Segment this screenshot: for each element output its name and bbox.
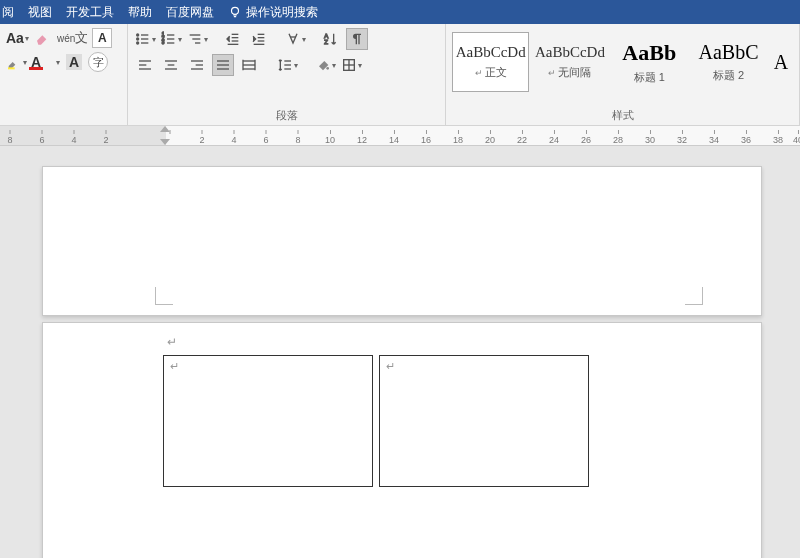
style-no-spacing[interactable]: AaBbCcDd ↵无间隔 bbox=[531, 32, 608, 92]
character-border-button[interactable]: A bbox=[92, 28, 112, 48]
ruler-mark: 18 bbox=[453, 130, 463, 145]
ruler-mark: 30 bbox=[645, 130, 655, 145]
align-center-icon bbox=[163, 57, 179, 73]
horizontal-ruler[interactable]: 8642246810121416182022242628303234363840 bbox=[0, 126, 800, 146]
table-cell[interactable]: ↵ bbox=[163, 355, 373, 487]
ruler-mark: 2 bbox=[103, 130, 108, 145]
text-direction-icon bbox=[285, 31, 301, 47]
style-gallery[interactable]: AaBbCcDd ↵正文 AaBbCcDd ↵无间隔 AaBb 标题 1 AaB… bbox=[452, 28, 793, 92]
svg-text:A: A bbox=[324, 33, 328, 39]
align-distributed-icon bbox=[241, 57, 257, 73]
enclose-characters-button[interactable]: 字 bbox=[88, 52, 108, 72]
phonetic-guide-button[interactable]: wén文 bbox=[57, 28, 88, 48]
sort-button[interactable]: AZ bbox=[320, 28, 342, 50]
ruler-mark: 14 bbox=[389, 130, 399, 145]
ruler-mark: 10 bbox=[325, 130, 335, 145]
align-left-icon bbox=[137, 57, 153, 73]
page-current[interactable]: ↵ ↵ ↵ bbox=[42, 322, 762, 558]
style-heading3[interactable]: A bbox=[769, 32, 793, 92]
font-color-button[interactable]: A ▾ bbox=[31, 52, 60, 72]
paragraph-group-label: 段落 bbox=[134, 107, 439, 125]
ruler-mark: 4 bbox=[71, 130, 76, 145]
svg-text:3: 3 bbox=[161, 40, 164, 45]
eraser-icon bbox=[35, 30, 51, 46]
borders-icon bbox=[341, 57, 357, 73]
cell-mark: ↵ bbox=[386, 360, 395, 373]
align-center-button[interactable] bbox=[160, 54, 182, 76]
margin-corner-right bbox=[685, 287, 703, 305]
style-name: 无间隔 bbox=[558, 65, 591, 80]
menu-baidu[interactable]: 百度网盘 bbox=[166, 4, 214, 21]
hanging-indent-marker[interactable] bbox=[160, 139, 170, 145]
highlight-icon bbox=[6, 54, 22, 70]
menu-review[interactable]: 阅 bbox=[2, 4, 14, 21]
menu-view[interactable]: 视图 bbox=[28, 4, 52, 21]
bullets-button[interactable]: ▾ bbox=[134, 28, 156, 50]
style-corner: ↵ bbox=[475, 68, 483, 78]
ruler-mark: 24 bbox=[549, 130, 559, 145]
ruler-mark: 38 bbox=[773, 130, 783, 145]
increase-indent-button[interactable] bbox=[248, 28, 270, 50]
ruler-mark: 6 bbox=[39, 130, 44, 145]
ruler-mark: 8 bbox=[295, 130, 300, 145]
ruler-mark: 12 bbox=[357, 130, 367, 145]
svg-point-0 bbox=[232, 7, 239, 14]
style-normal[interactable]: AaBbCcDd ↵正文 bbox=[452, 32, 529, 92]
ruler-mark: 32 bbox=[677, 130, 687, 145]
ruler-mark: 4 bbox=[231, 130, 236, 145]
line-spacing-button[interactable]: ▾ bbox=[276, 54, 298, 76]
highlight-button[interactable]: ▾ bbox=[6, 52, 27, 72]
cell-mark: ↵ bbox=[170, 360, 179, 373]
borders-button[interactable]: ▾ bbox=[340, 54, 362, 76]
ruler-mark: 34 bbox=[709, 130, 719, 145]
page-previous-bottom bbox=[42, 166, 762, 316]
svg-point-6 bbox=[136, 42, 138, 44]
indent-icon bbox=[251, 31, 267, 47]
decrease-indent-button[interactable] bbox=[222, 28, 244, 50]
style-preview: AaBbC bbox=[699, 41, 759, 64]
align-justify-button[interactable] bbox=[212, 54, 234, 76]
line-spacing-icon bbox=[277, 57, 293, 73]
tell-me-search[interactable]: 操作说明搜索 bbox=[228, 4, 318, 21]
svg-rect-1 bbox=[8, 67, 15, 69]
document-workspace[interactable]: ↵ ↵ ↵ bbox=[0, 146, 800, 558]
align-right-icon bbox=[189, 57, 205, 73]
ribbon-group-styles: AaBbCcDd ↵正文 AaBbCcDd ↵无间隔 AaBb 标题 1 AaB… bbox=[446, 24, 800, 125]
paragraph-mark: ↵ bbox=[167, 335, 177, 349]
numbering-button[interactable]: 123▾ bbox=[160, 28, 182, 50]
style-preview: AaBbCcDd bbox=[535, 44, 605, 61]
text-direction-button[interactable]: ▾ bbox=[284, 28, 306, 50]
svg-point-2 bbox=[136, 34, 138, 36]
menu-help[interactable]: 帮助 bbox=[128, 4, 152, 21]
ribbon-group-font: Aa▾ wén文 A ▾ A ▾ A 字 bbox=[0, 24, 128, 125]
pilcrow-icon bbox=[349, 31, 365, 47]
ruler-mark: 8 bbox=[7, 130, 12, 145]
align-left-button[interactable] bbox=[134, 54, 156, 76]
ruler-mark: 22 bbox=[517, 130, 527, 145]
align-distributed-button[interactable] bbox=[238, 54, 260, 76]
change-case-button[interactable]: Aa▾ bbox=[6, 28, 29, 48]
outdent-icon bbox=[225, 31, 241, 47]
ruler-mark: 40 bbox=[793, 130, 800, 145]
align-right-button[interactable] bbox=[186, 54, 208, 76]
clear-formatting-button[interactable] bbox=[33, 28, 53, 48]
style-name: 标题 2 bbox=[713, 68, 744, 83]
paint-bucket-icon bbox=[315, 57, 331, 73]
menu-devtools[interactable]: 开发工具 bbox=[66, 4, 114, 21]
table-cell[interactable]: ↵ bbox=[379, 355, 589, 487]
menu-bar: 阅 视图 开发工具 帮助 百度网盘 操作说明搜索 bbox=[0, 0, 800, 24]
style-name: 正文 bbox=[485, 65, 507, 80]
show-marks-button[interactable] bbox=[346, 28, 368, 50]
table[interactable]: ↵ ↵ bbox=[163, 355, 595, 487]
ruler-mark: 26 bbox=[581, 130, 591, 145]
style-heading1[interactable]: AaBb 标题 1 bbox=[611, 32, 688, 92]
style-heading2[interactable]: AaBbC 标题 2 bbox=[690, 32, 767, 92]
tell-me-label: 操作说明搜索 bbox=[246, 4, 318, 21]
align-justify-icon bbox=[215, 57, 231, 73]
character-shading-button[interactable]: A bbox=[64, 52, 84, 72]
first-line-indent-marker[interactable] bbox=[160, 126, 170, 132]
sort-icon: AZ bbox=[323, 31, 339, 47]
shading-button[interactable]: ▾ bbox=[314, 54, 336, 76]
style-preview: AaBbCcDd bbox=[456, 44, 526, 61]
multilevel-list-button[interactable]: ▾ bbox=[186, 28, 208, 50]
